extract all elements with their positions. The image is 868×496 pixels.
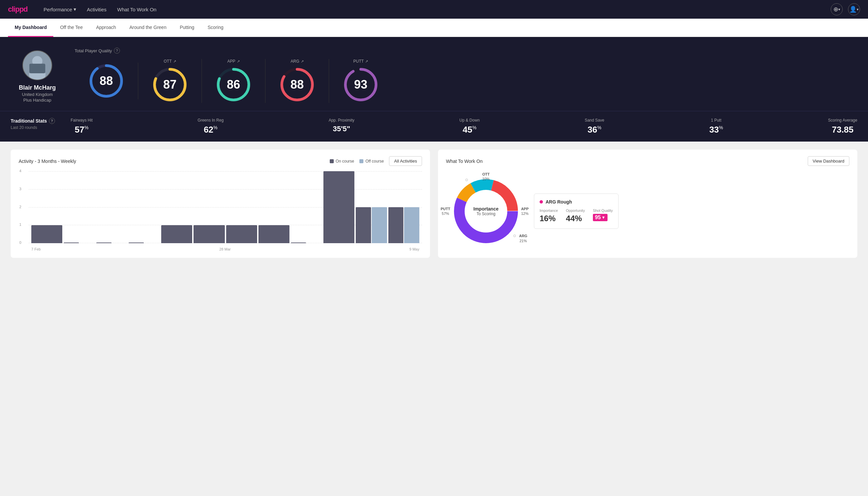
work-on-content: Importance To Scoring OTT 10% APP 12% AR… [446, 171, 849, 251]
segment-label-arg: ARG 21% [519, 233, 527, 243]
top-nav: clippd Performance ▾ Activities What To … [0, 0, 868, 19]
ring-ott: 87 [152, 66, 188, 103]
stat-up-down: Up & Down 45% [459, 118, 480, 135]
info-metrics: Importance 16% Opportunity 44% Shot Qual… [540, 208, 613, 223]
segment-label-app: APP 12% [521, 206, 528, 216]
avatar [22, 50, 52, 80]
bar-on-7 [258, 225, 289, 243]
x-labels: 7 Feb 28 Mar 9 May [29, 247, 422, 251]
add-button[interactable]: ⊕ ▾ [831, 3, 843, 15]
stat-scoring-avg: Scoring Average 73.85 [828, 118, 857, 135]
stats-subtitle: Last 20 rounds [11, 125, 70, 130]
stats-title: Traditional Stats ? [11, 118, 70, 124]
view-dashboard-button[interactable]: View Dashboard [808, 156, 849, 166]
segment-dot-1 [465, 179, 468, 181]
score-putt: PUTT ↗ 93 [329, 59, 392, 103]
stat-sand: Sand Save 36% [585, 118, 604, 135]
bar-on-0 [31, 225, 62, 243]
bottom-section: Activity - 3 Months - Weekly On course O… [0, 142, 868, 266]
tab-my-dashboard[interactable]: My Dashboard [8, 19, 53, 37]
user-menu[interactable]: 👤 ▾ [848, 3, 860, 15]
user-icon: 👤 [849, 6, 857, 13]
score-putt-label: PUTT ↗ [353, 59, 368, 64]
logo: clippd [8, 5, 28, 14]
shot-quality-row: 95 ▼ [593, 214, 613, 221]
stats-label-group: Traditional Stats ? Last 20 rounds [11, 118, 70, 130]
legend-on-course: On course [330, 159, 354, 164]
bar-group-6 [226, 225, 257, 243]
bar-group-7 [258, 225, 289, 243]
bar-group-2 [96, 243, 127, 243]
donut-center-line2: To Scoring [473, 212, 498, 216]
bar-on-5 [193, 225, 224, 243]
bar-group-5 [193, 225, 224, 243]
info-dot [540, 200, 543, 203]
legend-off-course-dot [359, 159, 363, 163]
metric-shot-quality: Shot Quality 95 ▼ [593, 208, 613, 223]
tab-scoring[interactable]: Scoring [201, 19, 230, 37]
x-label-2: 28 Mar [219, 247, 231, 251]
bar-group-8 [291, 243, 322, 243]
bar-group-3 [129, 243, 160, 243]
bar-on-8 [291, 243, 306, 243]
score-circles: 88 OTT ↗ 87 AP [75, 59, 857, 103]
tab-off-the-tee[interactable]: Off the Tee [53, 19, 89, 37]
stats-row: Traditional Stats ? Last 20 rounds Fairw… [0, 111, 868, 142]
bar-on-6 [226, 225, 257, 243]
stat-proximity: App. Proximity 35'5" [329, 118, 354, 135]
bars-container [29, 171, 422, 243]
nav-performance[interactable]: Performance ▾ [44, 5, 76, 14]
chevron-down-icon: ▾ [74, 6, 76, 12]
bar-group-11 [388, 207, 419, 243]
tab-bar: My Dashboard Off the Tee Approach Around… [0, 19, 868, 37]
donut-center: Importance To Scoring [473, 206, 498, 216]
nav-what-to-work-on[interactable]: What To Work On [117, 5, 157, 14]
tab-putting[interactable]: Putting [173, 19, 201, 37]
metric-importance: Importance 16% [540, 208, 558, 223]
nav-links: Performance ▾ Activities What To Work On [44, 5, 831, 14]
stats-items: Fairways Hit 57% Greens In Reg 62% App. … [70, 118, 857, 135]
x-label-3: 9 May [409, 247, 419, 251]
bar-group-4 [161, 225, 192, 243]
arrow-icon-arg: ↗ [301, 59, 304, 64]
arrow-icon: ↗ [173, 59, 176, 64]
score-putt-value: 93 [354, 78, 367, 92]
shot-quality-badge: 95 ▼ [593, 214, 607, 221]
tab-approach[interactable]: Approach [89, 19, 123, 37]
score-app-label: APP ↗ [227, 59, 239, 64]
score-ott: OTT ↗ 87 [138, 59, 202, 103]
dashboard-hero: Blair McHarg United Kingdom Plus Handica… [0, 37, 868, 111]
score-total-value: 88 [99, 74, 113, 88]
donut-chart: Importance To Scoring OTT 10% APP 12% AR… [446, 171, 526, 251]
tab-around-the-green[interactable]: Around the Green [123, 19, 173, 37]
player-info: Blair McHarg United Kingdom Plus Handica… [11, 48, 64, 103]
bar-off-10 [372, 207, 387, 243]
bar-on-11 [388, 207, 404, 243]
info-card-header: ARG Rough [540, 199, 613, 204]
bar-on-3 [129, 243, 144, 243]
score-ott-label: OTT ↗ [164, 59, 176, 64]
player-handicap: Plus Handicap [23, 98, 51, 103]
bar-on-10 [356, 207, 371, 243]
segment-label-ott: OTT 10% [482, 172, 490, 182]
chevron-icon-user: ▾ [857, 7, 859, 12]
score-total: 88 [75, 63, 138, 99]
all-activities-button[interactable]: All Activities [389, 156, 422, 166]
bar-on-9 [323, 171, 354, 243]
score-app-value: 86 [227, 78, 240, 92]
ring-app: 86 [215, 66, 252, 103]
score-arg-label: ARG ↗ [290, 59, 303, 64]
activity-card: Activity - 3 Months - Weekly On course O… [11, 150, 430, 258]
nav-activities[interactable]: Activities [87, 5, 107, 14]
segment-label-putt: PUTT 57% [441, 206, 450, 216]
plus-icon: ⊕ [833, 6, 838, 13]
activity-card-header: Activity - 3 Months - Weekly On course O… [19, 156, 422, 166]
bar-on-1 [64, 243, 79, 243]
work-on-card-header: What To Work On View Dashboard [446, 156, 849, 166]
bar-group-0 [31, 225, 62, 243]
help-icon[interactable]: ? [114, 48, 120, 53]
stats-help-icon[interactable]: ? [49, 118, 55, 124]
scores-header: Total Player Quality ? [75, 48, 857, 53]
player-name: Blair McHarg [19, 84, 56, 91]
player-country: United Kingdom [22, 92, 53, 97]
